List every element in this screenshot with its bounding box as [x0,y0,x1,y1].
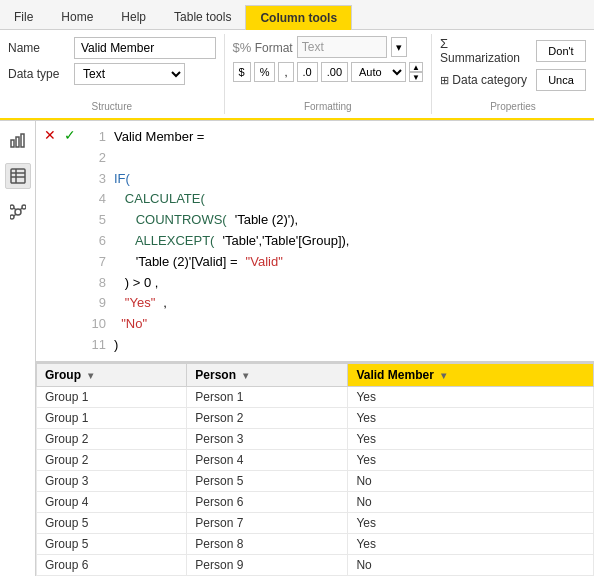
ribbon: File Home Help Table tools Column tools … [0,0,594,121]
dollar-btn[interactable]: $ [233,62,251,82]
comma-btn[interactable]: , [278,62,293,82]
table-row: Group 4Person 6No [37,492,594,513]
table-row: Group 5Person 7Yes [37,513,594,534]
svg-line-11 [14,208,16,210]
formatting-label: Formatting [233,97,423,112]
data-table: Group ▾ Person ▾ Valid Member ▾ Group 1P… [36,363,594,576]
table-row: Group 3Person 5No [37,471,594,492]
svg-line-13 [14,214,16,216]
svg-point-9 [22,205,26,209]
formula-bar: ✕ ✓ 1 Valid Member = 2 3 IF( 4 [36,121,594,362]
code-line-11: 11 ) [90,335,588,356]
code-line-1: 1 Valid Member = [90,127,588,148]
data-category-btn[interactable]: Unca [536,69,586,91]
structure-label: Structure [8,97,216,112]
auto-select[interactable]: Auto [351,62,406,82]
summarization-btn[interactable]: Don't [536,40,586,62]
code-line-9: 9 "Yes", [90,293,588,314]
ribbon-body: Name Data type Text Whole Number Decimal… [0,30,594,120]
tab-help[interactable]: Help [107,5,160,29]
data-table-area: Group ▾ Person ▾ Valid Member ▾ Group 1P… [36,362,594,576]
table-row: Group 1Person 2Yes [37,408,594,429]
col-person-header: Person ▾ [187,364,348,387]
svg-point-10 [10,215,14,219]
datatype-select[interactable]: Text Whole Number Decimal Date True/Fals… [74,63,185,85]
svg-rect-2 [21,134,24,147]
tab-bar: File Home Help Table tools Column tools [0,0,594,30]
name-row: Name [8,36,216,60]
format-label: $% Format [233,40,293,55]
tab-file[interactable]: File [0,5,47,29]
svg-rect-1 [16,137,19,147]
tab-column-tools[interactable]: Column tools [245,5,352,30]
main-area: ✕ ✓ 1 Valid Member = 2 3 IF( 4 [0,121,594,576]
properties-label: Properties [440,97,586,112]
spin-down[interactable]: ▼ [409,72,423,82]
data-category-label: ⊞ Data category [440,73,530,87]
summarization-label: Σ Summarization [440,36,530,65]
table-header-row: Group ▾ Person ▾ Valid Member ▾ [37,364,594,387]
datatype-label: Data type [8,67,68,81]
ribbon-group-properties: Σ Summarization Don't ⊞ Data category Un… [432,34,594,114]
svg-line-12 [20,208,22,210]
percent-btn[interactable]: % [254,62,276,82]
code-line-2: 2 [90,148,588,169]
chart-view-btn[interactable] [5,127,31,153]
cancel-formula-btn[interactable]: ✕ [42,127,58,143]
ribbon-group-structure: Name Data type Text Whole Number Decimal… [0,34,225,114]
formula-area: ✕ ✓ 1 Valid Member = 2 3 IF( 4 [36,121,594,576]
svg-point-8 [10,205,14,209]
table-row: Group 6Person 9No [37,555,594,576]
table-row: Group 2Person 3Yes [37,429,594,450]
formula-actions: ✕ ✓ [42,127,78,143]
model-view-btn[interactable] [5,199,31,225]
group-filter-icon[interactable]: ▾ [88,370,93,381]
spin-up[interactable]: ▲ [409,62,423,72]
person-filter-icon[interactable]: ▾ [243,370,248,381]
tab-table-tools[interactable]: Table tools [160,5,245,29]
format-input[interactable] [297,36,387,58]
svg-rect-3 [11,169,25,183]
decimal-dec-btn[interactable]: .00 [321,62,348,82]
ribbon-group-formatting: $% Format ▾ $ % , .0 .00 Auto ▲ ▼ [225,34,432,114]
code-line-5: 5 COUNTROWS('Table (2)'), [90,210,588,231]
code-line-8: 8 ) > 0 , [90,273,588,294]
name-input[interactable] [74,37,216,59]
datatype-row: Data type Text Whole Number Decimal Date… [8,62,216,86]
svg-rect-0 [11,140,14,147]
code-line-6: 6 ALLEXCEPT('Table','Table'[Group]), [90,231,588,252]
name-label: Name [8,41,68,55]
table-row: Group 1Person 1Yes [37,387,594,408]
decimal-inc-btn[interactable]: .0 [297,62,318,82]
code-line-4: 4 CALCULATE( [90,189,588,210]
code-editor[interactable]: 1 Valid Member = 2 3 IF( 4 CALCULATE( 5 [90,127,588,356]
tab-home[interactable]: Home [47,5,107,29]
code-line-3: 3 IF( [90,169,588,190]
code-line-10: 10 "No" [90,314,588,335]
confirm-formula-btn[interactable]: ✓ [62,127,78,143]
table-row: Group 2Person 4Yes [37,450,594,471]
table-view-btn[interactable] [5,163,31,189]
table-row: Group 5Person 8Yes [37,534,594,555]
col-valid-member-header: Valid Member ▾ [348,364,594,387]
col-group-header: Group ▾ [37,364,187,387]
left-icon-bar [0,121,36,576]
code-line-7: 7 'Table (2)'[Valid] = "Valid" [90,252,588,273]
format-dropdown-btn[interactable]: ▾ [391,37,407,57]
valid-filter-icon[interactable]: ▾ [441,370,446,381]
